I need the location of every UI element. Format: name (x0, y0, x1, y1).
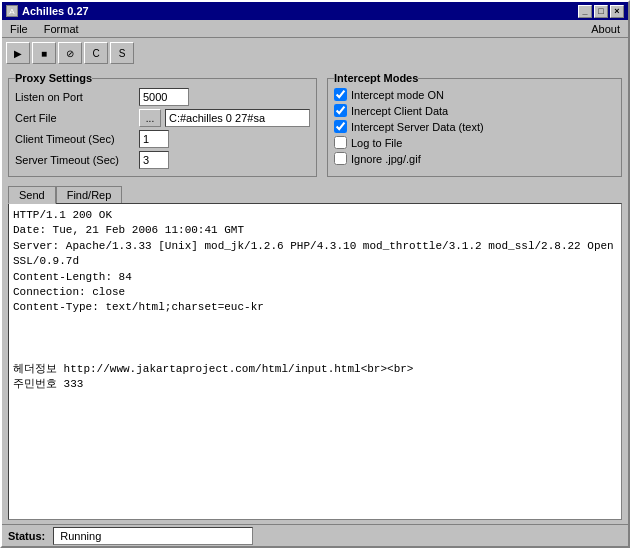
cert-file-row: Cert File ... (15, 109, 310, 127)
minimize-button[interactable]: _ (578, 5, 592, 18)
proxy-settings-legend: Proxy Settings (15, 72, 92, 84)
content-area: HTTP/1.1 200 OK Date: Tue, 21 Feb 2006 1… (8, 203, 622, 520)
inercept-client-data-label: Inercept Client Data (351, 105, 448, 117)
ignore-jpg-gif-row: Ignore .jpg/.gif (334, 152, 615, 165)
status-bar: Status: Running (2, 524, 628, 546)
intercept-mode-on-label: Intercept mode ON (351, 89, 444, 101)
intercept-server-data-checkbox[interactable] (334, 120, 347, 133)
app-icon: A (6, 5, 18, 17)
s-button[interactable]: S (110, 42, 134, 64)
tabs-area: Send Find/Rep (2, 181, 628, 203)
stop-button[interactable]: ■ (32, 42, 56, 64)
toolbar: ▶ ■ ⊘ C S (2, 38, 628, 68)
cert-file-input[interactable] (165, 109, 310, 127)
server-timeout-input[interactable] (139, 151, 169, 169)
maximize-button[interactable]: □ (594, 5, 608, 18)
menu-left: File Format (6, 22, 83, 36)
intercept-mode-on-row: Intercept mode ON (334, 88, 615, 101)
log-to-file-row: Log to File (334, 136, 615, 149)
client-timeout-input[interactable] (139, 130, 169, 148)
listen-port-row: Listen on Port (15, 88, 310, 106)
status-value: Running (53, 527, 253, 545)
content-text[interactable]: HTTP/1.1 200 OK Date: Tue, 21 Feb 2006 1… (9, 204, 621, 519)
intercept-modes-legend: Intercept Modes (334, 72, 418, 84)
tab-send[interactable]: Send (8, 186, 56, 204)
tab-find-rep[interactable]: Find/Rep (56, 186, 123, 204)
close-button[interactable]: × (610, 5, 624, 18)
client-timeout-label: Client Timeout (Sec) (15, 133, 135, 145)
menu-file[interactable]: File (6, 22, 32, 36)
listen-port-label: Listen on Port (15, 91, 135, 103)
client-timeout-row: Client Timeout (Sec) (15, 130, 310, 148)
window-title: Achilles 0.27 (22, 5, 89, 17)
c-button[interactable]: C (84, 42, 108, 64)
proxy-settings-group: Proxy Settings Listen on Port Cert File … (8, 72, 317, 177)
play-button[interactable]: ▶ (6, 42, 30, 64)
listen-port-input[interactable] (139, 88, 189, 106)
server-timeout-row: Server Timeout (Sec) (15, 151, 310, 169)
log-to-file-label: Log to File (351, 137, 402, 149)
intercept-modes-group: Intercept Modes Intercept mode ON Inerce… (327, 72, 622, 177)
ignore-jpg-gif-checkbox[interactable] (334, 152, 347, 165)
cert-file-label: Cert File (15, 112, 135, 124)
status-label: Status: (8, 530, 45, 542)
title-bar: A Achilles 0.27 _ □ × (2, 2, 628, 20)
server-timeout-label: Server Timeout (Sec) (15, 154, 135, 166)
menu-about[interactable]: About (587, 22, 624, 36)
title-bar-left: A Achilles 0.27 (6, 5, 89, 17)
intercept-server-data-label: Intercept Server Data (text) (351, 121, 484, 133)
window-controls: _ □ × (578, 5, 624, 18)
menu-bar: File Format About (2, 20, 628, 38)
settings-area: Proxy Settings Listen on Port Cert File … (2, 68, 628, 181)
menu-format[interactable]: Format (40, 22, 83, 36)
inercept-client-data-row: Inercept Client Data (334, 104, 615, 117)
intercept-server-data-row: Intercept Server Data (text) (334, 120, 615, 133)
no-button[interactable]: ⊘ (58, 42, 82, 64)
log-to-file-checkbox[interactable] (334, 136, 347, 149)
browse-button[interactable]: ... (139, 109, 161, 127)
main-window: A Achilles 0.27 _ □ × File Format About … (0, 0, 630, 548)
intercept-mode-on-checkbox[interactable] (334, 88, 347, 101)
inercept-client-data-checkbox[interactable] (334, 104, 347, 117)
ignore-jpg-gif-label: Ignore .jpg/.gif (351, 153, 421, 165)
